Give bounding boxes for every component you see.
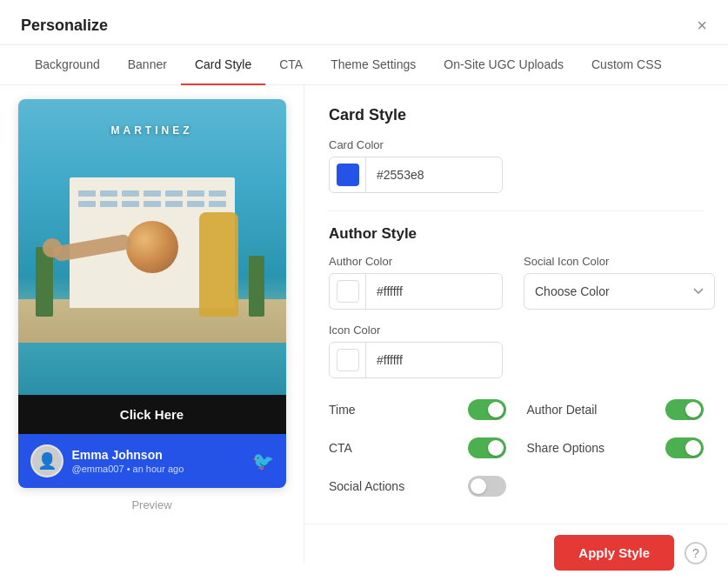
cta-text: Click Here <box>120 407 184 422</box>
toggle-social-actions-row: Social Actions <box>329 472 506 500</box>
author-bar: 👤 Emma Johnson @emma007 • an hour ago 🐦 <box>18 434 286 488</box>
card-color-input[interactable] <box>329 157 503 193</box>
social-icon-field: Social Icon Color Choose Color <box>524 255 715 310</box>
card-color-label: Card Color <box>329 138 704 151</box>
author-name: Emma Johnson <box>72 448 244 462</box>
author-color-hex[interactable] <box>366 284 471 298</box>
cta-bar: Click Here <box>18 395 286 434</box>
author-style-title: Author Style <box>329 225 704 243</box>
tab-bar: Background Banner Card Style CTA Theme S… <box>0 45 728 85</box>
social-icon-label: Social Icon Color <box>524 255 715 268</box>
author-swatch-box <box>337 280 359 303</box>
tab-theme-settings[interactable]: Theme Settings <box>317 45 430 85</box>
tab-background[interactable]: Background <box>21 45 114 85</box>
author-handle: @emma007 • an hour ago <box>72 464 244 474</box>
hotel-name: MARTINEZ <box>111 124 193 137</box>
author-color-field: Author Color <box>329 255 503 310</box>
icon-color-swatch <box>330 343 366 377</box>
tab-cta[interactable]: CTA <box>265 45 317 85</box>
toggle-cta[interactable] <box>468 437 506 458</box>
settings-panel: Card Style Card Color Author Style Autho… <box>304 85 728 562</box>
toggle-cta-row: CTA <box>329 434 506 462</box>
toggle-time-label: Time <box>329 403 356 417</box>
card-image: MARTINEZ <box>18 99 286 395</box>
icon-color-group: Icon Color <box>329 324 704 378</box>
author-style-section: Author Style Author Color Social Icon Co… <box>329 225 704 378</box>
card-preview: MARTINEZ Click Here 👤 <box>18 99 286 488</box>
modal-title: Personalize <box>21 17 108 35</box>
main-content: MARTINEZ Click Here 👤 <box>0 85 728 562</box>
card-color-group: Card Color <box>329 138 704 193</box>
close-button[interactable]: × <box>697 16 707 36</box>
icon-color-hex[interactable] <box>366 353 471 367</box>
hotel-sign: MARTINEZ <box>111 122 193 137</box>
toggle-share-options[interactable] <box>665 437 704 458</box>
preview-panel: MARTINEZ Click Here 👤 <box>0 85 304 562</box>
toggle-share-options-row: Share Options <box>527 434 705 462</box>
tree-right <box>249 256 264 317</box>
tab-on-site-ugc[interactable]: On-Site UGC Uploads <box>430 45 578 85</box>
help-button[interactable]: ? <box>685 542 707 564</box>
card-swatch-box <box>337 164 359 186</box>
statue-sphere <box>126 221 178 273</box>
author-color-swatch <box>330 274 366 309</box>
icon-swatch-box <box>337 349 359 371</box>
twitter-icon: 🐦 <box>252 451 274 471</box>
toggle-author-detail[interactable] <box>665 399 704 420</box>
author-social-row: Author Color Social Icon Color Choose Co… <box>329 255 704 310</box>
icon-color-label: Icon Color <box>329 324 704 337</box>
author-color-label: Author Color <box>329 255 503 268</box>
toggle-share-options-label: Share Options <box>527 441 605 455</box>
woman-figure <box>199 212 238 317</box>
tree-left <box>36 247 53 317</box>
toggle-author-detail-label: Author Detail <box>527 403 598 417</box>
social-icon-select[interactable]: Choose Color <box>524 273 715 310</box>
tab-banner[interactable]: Banner <box>114 45 181 85</box>
toggle-time-row: Time <box>329 396 506 424</box>
tab-card-style[interactable]: Card Style <box>181 45 265 85</box>
card-style-title: Card Style <box>329 106 704 124</box>
toggles-grid: Time Author Detail CTA Share Options Soc… <box>329 396 704 500</box>
author-info: Emma Johnson @emma007 • an hour ago <box>72 448 244 474</box>
toggle-cta-label: CTA <box>329 441 352 455</box>
divider-1 <box>329 210 704 211</box>
card-color-hex[interactable] <box>366 168 471 182</box>
toggle-author-detail-row: Author Detail <box>527 396 705 424</box>
toggle-social-actions[interactable] <box>468 476 506 497</box>
author-avatar: 👤 <box>30 444 63 477</box>
tab-custom-css[interactable]: Custom CSS <box>578 45 676 85</box>
toggle-time[interactable] <box>468 399 506 420</box>
toggle-social-actions-label: Social Actions <box>329 479 404 493</box>
icon-color-input[interactable] <box>329 342 503 378</box>
preview-label: Preview <box>131 498 171 511</box>
footer: Apply Style ? <box>304 524 728 581</box>
hand-figure <box>43 238 62 257</box>
apply-style-button[interactable]: Apply Style <box>554 535 674 571</box>
hotel-windows-top <box>70 177 235 211</box>
modal-header: Personalize × <box>0 0 728 45</box>
card-color-swatch <box>330 157 366 192</box>
author-color-input[interactable] <box>329 273 503 310</box>
